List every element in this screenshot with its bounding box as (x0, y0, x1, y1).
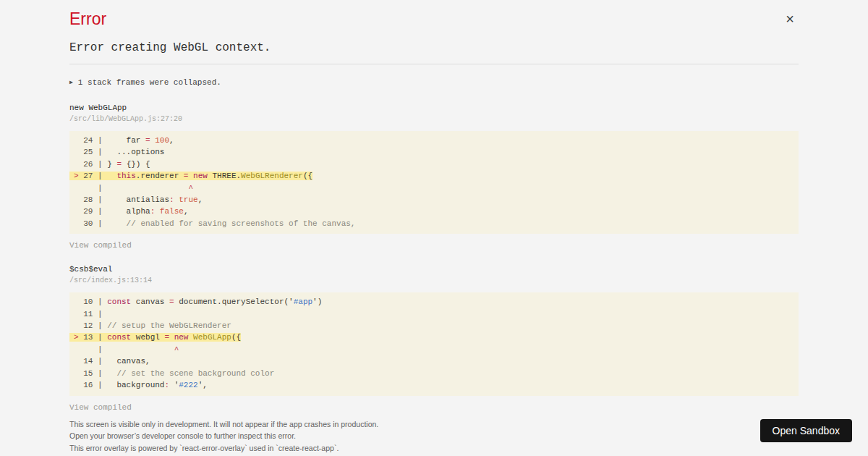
code-line: 11 | (74, 308, 799, 320)
code-line: 24 | far = 100, (74, 135, 799, 146)
code-line: | ^ (74, 182, 799, 194)
overlay-header: Error × (69, 9, 799, 29)
code-line: 10 | const canvas = document.querySelect… (74, 296, 799, 308)
stack-frame-1: new WebGLApp /src/lib/WebGLApp.js:27:20 … (69, 103, 799, 251)
stack-frame-2: $csb$eval /src/index.js:13:14 10 | const… (69, 264, 799, 413)
dev-notes: This screen is visible only in developme… (69, 418, 799, 455)
close-icon[interactable]: × (781, 12, 799, 26)
code-line: 29 | alpha: false, (74, 206, 799, 217)
code-block: 24 | far = 100, 25 | ...options 26 | } =… (69, 131, 799, 234)
code-line: | ^ (74, 344, 799, 355)
frame-function-name: $csb$eval (69, 264, 799, 274)
dev-note-console: Open your browser’s developer console to… (69, 430, 799, 442)
frame-function-name: new WebGLApp (69, 103, 799, 113)
dev-note-powered-by: This error overlay is powered by `react-… (69, 442, 799, 455)
divider (69, 64, 799, 64)
code-line: 30 | // enabled for saving screenshots o… (74, 218, 799, 229)
frame-location: /src/lib/WebGLApp.js:27:20 (69, 114, 799, 124)
collapse-arrow-icon: ▶ (69, 77, 73, 88)
view-compiled-link[interactable]: View compiled (69, 402, 132, 413)
code-line: 15 | // set the scene background color (74, 368, 799, 379)
error-overlay: Error × Error creating WebGL context. ▶1… (0, 0, 868, 454)
page-title: Error (69, 9, 106, 29)
code-line: 28 | antialias: true, (74, 194, 799, 206)
collapse-toggle[interactable]: ▶1 stack frames were collapsed. (69, 77, 799, 88)
view-compiled-link[interactable]: View compiled (69, 240, 132, 251)
code-line: > 27 | this.renderer = new THREE.WebGLRe… (74, 170, 799, 182)
collapse-label: 1 stack frames were collapsed. (78, 78, 221, 87)
open-sandbox-button[interactable]: Open Sandbox (760, 419, 852, 442)
dev-note-development-only: This screen is visible only in developme… (69, 418, 799, 431)
code-line: 26 | } = {}) { (74, 159, 799, 170)
code-line: 12 | // setup the WebGLRenderer (74, 320, 799, 332)
frame-location: /src/index.js:13:14 (69, 276, 799, 285)
code-block: 10 | const canvas = document.querySelect… (69, 292, 799, 395)
code-line: 14 | canvas, (74, 355, 799, 367)
code-line: 16 | background: '#222', (74, 379, 799, 391)
code-line: > 13 | const webgl = new WebGLApp({ (74, 332, 799, 343)
code-line: 25 | ...options (74, 146, 799, 158)
error-message: Error creating WebGL context. (69, 39, 799, 56)
